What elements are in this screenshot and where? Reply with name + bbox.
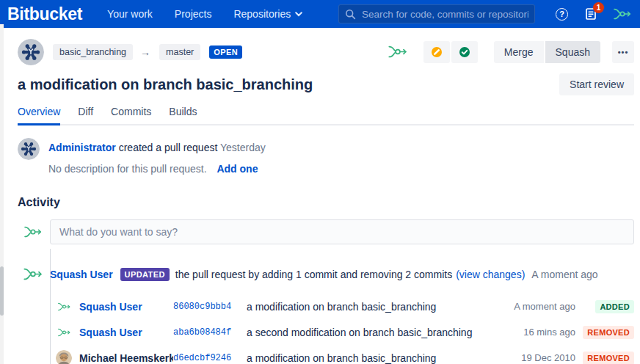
branch-arrow: → <box>140 46 150 58</box>
more-actions-button[interactable] <box>612 41 634 63</box>
pr-state-badge: OPEN <box>209 46 242 59</box>
commit-status-badge: ADDED <box>595 300 634 313</box>
pull-request-icon <box>58 302 70 311</box>
help-icon <box>556 8 568 21</box>
scrollbar-thumb[interactable] <box>0 266 4 316</box>
commit-row: Squash User 86080c9bbb4 a modification o… <box>18 294 634 319</box>
page-title: a modification on branch basic_branching <box>18 76 313 93</box>
commit-hash-link[interactable]: d6edcbf9246 <box>173 353 247 363</box>
pull-request-icon <box>24 226 42 238</box>
update-event: Squash User UPDATED the pull request by … <box>18 265 634 283</box>
pull-request-status-icon <box>388 46 407 58</box>
top-navbar: Bitbucket Your work Projects Repositorie… <box>0 0 640 28</box>
commit-time: 19 Dec 2010 <box>505 352 575 363</box>
update-user-link[interactable]: Squash User <box>50 269 113 280</box>
reviews-button[interactable]: 1 <box>584 7 597 21</box>
administrator-avatar[interactable] <box>18 138 40 160</box>
commit-row: Michael Heemskerk d6edcbf9246 a modifica… <box>18 345 634 364</box>
no-description-text: No description for this pull request. <box>48 163 207 175</box>
commit-row: Squash User aba6b08484f a second modific… <box>18 319 634 345</box>
pr-tabs: Overview Diff Commits Builds <box>18 106 634 125</box>
search-input[interactable] <box>362 9 528 20</box>
view-changes-link[interactable]: (view changes) <box>456 269 525 280</box>
source-branch-lozenge[interactable]: basic_branching <box>53 44 133 60</box>
pending-status-icon <box>431 46 443 58</box>
tab-commits[interactable]: Commits <box>111 106 151 125</box>
global-search[interactable] <box>338 4 535 23</box>
comment-input[interactable] <box>50 219 634 244</box>
update-time: A moment ago <box>531 269 597 280</box>
administrator-link[interactable]: Administrator <box>48 142 116 153</box>
avatar-icon <box>18 39 44 65</box>
start-review-button[interactable]: Start review <box>559 73 634 95</box>
commit-status-badge: REMOVED <box>583 326 634 339</box>
builds-status-button[interactable] <box>451 41 478 63</box>
target-branch-lozenge[interactable]: master <box>159 44 200 60</box>
pr-header: basic_branching → master OPEN <box>18 28 634 66</box>
commit-status-badge: REMOVED <box>583 352 634 364</box>
pull-requests-nav-button[interactable] <box>614 8 631 20</box>
success-check-icon <box>459 46 470 58</box>
committer-avatar <box>56 350 72 364</box>
tab-diff[interactable]: Diff <box>78 106 93 125</box>
commit-message: a second modification on branch basic_br… <box>247 327 505 338</box>
tab-overview[interactable]: Overview <box>18 106 60 125</box>
notification-badge: 1 <box>593 2 604 13</box>
bitbucket-logo[interactable]: Bitbucket <box>7 4 82 24</box>
activity-heading: Activity <box>18 196 634 209</box>
pull-request-icon <box>614 8 631 20</box>
comment-composer <box>18 219 634 244</box>
add-description-link[interactable]: Add one <box>217 163 258 175</box>
commit-time: 16 mins ago <box>505 327 575 338</box>
help-button[interactable] <box>556 8 568 21</box>
updated-badge: UPDATED <box>120 268 170 281</box>
update-text: the pull request by adding 1 commit and … <box>175 269 452 280</box>
nav-repositories[interactable]: Repositories <box>233 8 302 20</box>
merge-button[interactable]: Merge <box>494 41 544 63</box>
nav-your-work[interactable]: Your work <box>107 8 153 20</box>
search-icon <box>345 9 356 20</box>
commit-hash-link[interactable]: 86080c9bbb4 <box>173 302 247 312</box>
commit-time: A moment ago <box>505 301 575 312</box>
pull-request-icon <box>58 328 70 337</box>
event-time: Yesterday <box>220 142 266 153</box>
commit-hash-link[interactable]: aba6b08484f <box>173 327 247 338</box>
commit-author: Michael Heemskerk <box>79 352 173 364</box>
nav-projects[interactable]: Projects <box>175 8 212 20</box>
left-scrollbar[interactable] <box>0 24 4 364</box>
pull-request-icon <box>23 268 43 280</box>
author-avatar[interactable] <box>18 39 44 65</box>
activity-feed: Squash User UPDATED the pull request by … <box>18 219 634 364</box>
person-photo-icon <box>56 350 72 364</box>
commit-list: Squash User 86080c9bbb4 a modification o… <box>18 294 634 364</box>
commit-author-link[interactable]: Squash User <box>79 327 173 338</box>
commit-author-link[interactable]: Squash User <box>79 301 173 313</box>
reviewers-status-button[interactable] <box>423 41 450 63</box>
tab-builds[interactable]: Builds <box>169 106 197 125</box>
commit-message: a modification on branch basic_branching <box>247 301 505 313</box>
squash-button[interactable]: Squash <box>545 41 600 63</box>
created-event: Administrator created a pull request Yes… <box>18 138 634 175</box>
event-action: created a pull request <box>119 142 218 153</box>
avatar-icon <box>18 138 40 160</box>
commit-message: a modification on branch basic_branching <box>247 352 505 364</box>
chevron-down-icon <box>295 12 302 17</box>
